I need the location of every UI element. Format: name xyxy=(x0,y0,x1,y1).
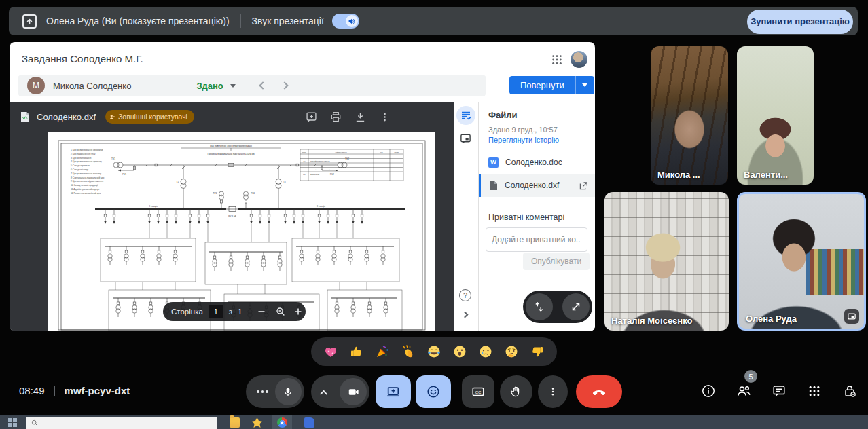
return-button-group: Повернути xyxy=(509,76,594,94)
svg-text:TV2: TV2 xyxy=(345,157,349,160)
reactions-button[interactable] xyxy=(416,375,451,408)
file-name: Солоденко.doc xyxy=(505,157,562,167)
taskbar-app-icon[interactable] xyxy=(304,417,314,428)
reaction-thumbs-up[interactable] xyxy=(348,343,365,360)
raise-hand-button[interactable] xyxy=(500,375,532,408)
page-label: Сторінка xyxy=(171,307,203,316)
bus-section-1: І секція xyxy=(149,205,158,208)
scroll-control-icon[interactable] xyxy=(526,293,553,320)
participant-tile-natalia[interactable]: Наталія Моісеєнко xyxy=(604,192,729,331)
reaction-party-popper[interactable] xyxy=(374,343,391,360)
captions-button[interactable]: CC xyxy=(462,375,494,408)
add-comment-icon[interactable] xyxy=(304,110,318,124)
camera-button[interactable] xyxy=(311,375,369,408)
meeting-code: mwf-pcyv-dxt xyxy=(65,385,130,396)
stop-presentation-button[interactable]: Зупинити презентацію xyxy=(747,10,853,34)
download-icon[interactable] xyxy=(353,110,367,124)
end-call-button[interactable] xyxy=(576,375,622,408)
presentation-audio-toggle[interactable] xyxy=(332,14,359,29)
schematic-note: 10 Склад готової продукції xyxy=(71,184,98,187)
svg-text:Найменування: Найменування xyxy=(335,151,347,153)
svg-text:Запобіжник: Запобіжник xyxy=(310,174,320,176)
participant-tile-olena[interactable]: Олена Руда xyxy=(737,192,866,331)
schematic-note: 8 Сортувально-пакувальний цех xyxy=(71,176,105,179)
print-icon[interactable] xyxy=(329,110,342,124)
windows-start-button[interactable] xyxy=(8,418,18,428)
microphone-button[interactable] xyxy=(246,375,304,408)
reaction-sparkling-heart[interactable] xyxy=(322,343,340,360)
schematic-note: 7 Цех розмелювання вапняку xyxy=(71,172,101,175)
participant-tile-valentyna[interactable]: Валенти... xyxy=(737,46,814,185)
student-row[interactable]: М Микола Солоденко Здано xyxy=(18,75,486,96)
svg-text:TV4: TV4 xyxy=(251,192,255,195)
smiley-icon xyxy=(426,384,441,399)
reaction-open-mouth-face[interactable] xyxy=(451,343,469,360)
reaction-joy-face[interactable] xyxy=(425,343,443,360)
collapse-chevron-icon[interactable] xyxy=(462,312,469,318)
svg-text:QS: QS xyxy=(303,156,306,158)
camera-options-icon[interactable] xyxy=(320,390,327,398)
next-student-icon[interactable] xyxy=(281,81,288,89)
present-screen-button[interactable] xyxy=(376,375,411,408)
zoom-in-icon[interactable] xyxy=(291,304,306,319)
more-options-button[interactable] xyxy=(538,375,568,408)
reaction-thumbs-down[interactable] xyxy=(528,343,546,360)
file-row-dxf[interactable]: Солоденко.dxf xyxy=(479,174,595,197)
svg-text:FV2: FV2 xyxy=(330,173,334,176)
zoom-out-icon[interactable] xyxy=(254,304,269,319)
svg-text:TV: TV xyxy=(303,160,306,162)
comment-bank-icon[interactable] xyxy=(460,133,471,145)
publish-button[interactable]: Опублікувати xyxy=(523,253,590,270)
presenting-banner: Олена Руда (Ви (показуєте презентацію)) … xyxy=(9,7,858,35)
mic-options-icon[interactable] xyxy=(257,390,268,393)
svg-text:Позн.: Позн. xyxy=(302,151,307,153)
svg-text:FU: FU xyxy=(303,174,306,176)
svg-text:Роз'єднувач: Роз'єднувач xyxy=(310,156,321,158)
expand-icon[interactable] xyxy=(562,293,590,320)
speaker-icon xyxy=(346,15,358,27)
taskbar-app-icon[interactable] xyxy=(252,417,262,428)
return-dropdown[interactable] xyxy=(575,76,594,94)
svg-text:Т1: Т1 xyxy=(176,181,179,183)
svg-text:T: T xyxy=(304,169,305,171)
account-avatar[interactable] xyxy=(571,51,587,68)
grading-icon[interactable] xyxy=(456,106,475,125)
chrome-icon[interactable] xyxy=(272,415,292,429)
zoom-tool-icon[interactable] xyxy=(273,304,288,319)
reaction-clapping-hands[interactable] xyxy=(399,343,417,360)
private-comment-input[interactable] xyxy=(486,227,587,252)
reaction-crying-face[interactable] xyxy=(477,343,494,360)
private-comments-heading: Приватні коментарі xyxy=(488,212,595,222)
divider xyxy=(479,204,595,204)
svg-text:Q: Q xyxy=(304,178,305,180)
file-row-doc[interactable]: W Солоденко.doc xyxy=(479,151,595,174)
file-explorer-icon[interactable] xyxy=(230,417,240,428)
open-in-new-icon[interactable] xyxy=(579,181,588,190)
activities-grid-button[interactable] xyxy=(806,382,823,400)
help-icon[interactable]: ? xyxy=(459,289,471,301)
apps-grid-icon[interactable] xyxy=(551,54,562,65)
status-dropdown-icon[interactable] xyxy=(230,84,236,88)
taskbar-search-input[interactable] xyxy=(26,417,217,429)
schematic-note: 1 Цех розмелювання сировини xyxy=(71,149,103,151)
schematic-note: 12 Ремонтно-механічний цех xyxy=(71,192,101,195)
people-button[interactable] xyxy=(735,382,753,400)
more-options-icon[interactable] xyxy=(378,110,391,124)
substation-label: Головна знижувальна підстанція 110/6 кВ xyxy=(207,153,255,155)
svg-text:Вимикач: Вимикач xyxy=(310,178,318,180)
participant-name: Наталія Моісеєнко xyxy=(611,316,692,326)
return-button[interactable]: Повернути xyxy=(509,76,575,94)
chat-button[interactable] xyxy=(770,382,788,400)
previous-student-icon[interactable] xyxy=(259,81,266,89)
page-controls: Сторінка 1 з 1 xyxy=(163,302,306,321)
external-users-badge-label: Зовнішні користувачі xyxy=(118,113,187,121)
end-call-icon xyxy=(591,384,607,400)
info-button[interactable] xyxy=(700,382,717,400)
svg-text:Кіл.: Кіл. xyxy=(380,151,383,153)
reaction-thinking-face[interactable] xyxy=(503,343,520,360)
participant-tile-mykola[interactable]: Микола ... xyxy=(651,46,728,185)
view-history-link[interactable]: Переглянути історію xyxy=(488,136,595,144)
page-number-input[interactable]: 1 xyxy=(209,305,223,318)
host-controls-lock-button[interactable] xyxy=(841,382,858,400)
classroom-tool-strip: ? xyxy=(454,102,478,331)
